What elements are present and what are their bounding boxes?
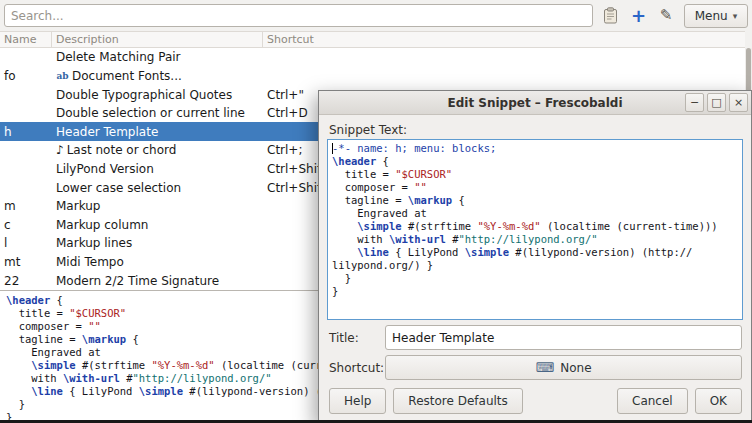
button-spacer xyxy=(530,388,610,414)
row-description-text: LilyPond Version xyxy=(56,162,154,176)
row-description-text: Document Fonts... xyxy=(72,69,182,83)
text-cursor xyxy=(332,143,333,154)
code-line: } xyxy=(332,272,738,285)
row-name: h xyxy=(0,125,52,139)
row-description: abDocument Fonts... xyxy=(52,69,263,83)
row-description-text: Markup lines xyxy=(56,236,132,250)
chevron-down-icon: ▾ xyxy=(733,11,738,21)
code-line: } xyxy=(332,285,738,298)
title-label: Title: xyxy=(329,331,385,345)
dialog-titlebar[interactable]: Edit Snippet – Frescobaldi − □ × xyxy=(319,91,751,115)
dialog-button-row: Help Restore Defaults Cancel OK xyxy=(329,388,742,414)
row-description: Markup xyxy=(52,199,263,213)
code-line: -*- name: h; menu: blocks; xyxy=(332,142,738,155)
row-description-text: Delete Matching Pair xyxy=(56,50,181,64)
restore-defaults-button[interactable]: Restore Defaults xyxy=(393,388,522,414)
row-description-text: Markup column xyxy=(56,218,148,232)
row-name: 22 xyxy=(0,274,52,288)
search-input[interactable] xyxy=(4,4,593,27)
minimize-icon[interactable]: − xyxy=(685,93,704,112)
row-description: Delete Matching Pair xyxy=(52,50,263,64)
menu-button[interactable]: Menu ▾ xyxy=(684,4,748,28)
music-note-icon: ♪ xyxy=(56,143,64,157)
title-field-row: Title: xyxy=(329,325,742,350)
table-row[interactable]: foabDocument Fonts... xyxy=(0,67,745,86)
row-description: Markup lines xyxy=(52,236,263,250)
clipboard-graphic xyxy=(603,7,618,24)
column-header-shortcut[interactable]: Shortcut xyxy=(263,32,745,47)
row-description-text: Lower case selection xyxy=(56,181,181,195)
row-description-text: Double selection or current line xyxy=(56,106,245,120)
row-name: fo xyxy=(0,69,52,83)
paste-icon[interactable] xyxy=(601,6,621,26)
row-description-text: Modern 2/2 Time Signature xyxy=(56,274,219,288)
maximize-icon[interactable]: □ xyxy=(707,93,726,112)
help-button[interactable]: Help xyxy=(329,388,386,414)
code-line: tagline = \markup { xyxy=(332,194,738,207)
window-controls: − □ × xyxy=(685,93,748,112)
snippet-text-label: Snippet Text: xyxy=(329,123,407,137)
row-description-text: Midi Tempo xyxy=(56,255,124,269)
menu-button-label: Menu xyxy=(695,9,728,23)
keyboard-icon: ⌨ xyxy=(535,361,554,374)
code-line: title = "$CURSOR" xyxy=(332,168,738,181)
cancel-button[interactable]: Cancel xyxy=(617,388,688,414)
snippet-text-editor[interactable]: -*- name: h; menu: blocks;\header { titl… xyxy=(327,139,743,320)
row-description: Header Template xyxy=(52,125,263,139)
row-description: LilyPond Version xyxy=(52,162,263,176)
row-description-text: Double Typographical Quotes xyxy=(56,88,232,102)
row-name: c xyxy=(0,218,52,232)
code-line: \header { xyxy=(332,155,738,168)
code-line: with \with-url #"http://lilypond.org/" xyxy=(332,233,738,246)
code-line: lilypond.org/) } xyxy=(332,259,738,272)
row-description: ♪Last note or chord xyxy=(52,143,263,157)
shortcut-field-row: Shortcut: ⌨ None xyxy=(329,355,742,380)
edit-snippet-dialog: Edit Snippet – Frescobaldi − □ × Snippet… xyxy=(318,90,752,423)
row-description-text: Header Template xyxy=(56,125,158,139)
shortcut-value: None xyxy=(560,361,591,375)
row-description: Markup column xyxy=(52,218,263,232)
title-input[interactable] xyxy=(385,325,742,350)
row-description-text: Markup xyxy=(56,199,100,213)
close-icon[interactable]: × xyxy=(729,93,748,112)
row-description: Lower case selection xyxy=(52,181,263,195)
toolbar: + ✎ Menu ▾ xyxy=(0,0,752,31)
row-name: l xyxy=(0,236,52,250)
row-name: mt xyxy=(0,255,52,269)
row-description: Double selection or current line xyxy=(52,106,263,120)
shortcut-button[interactable]: ⌨ None xyxy=(385,355,742,380)
shortcut-label: Shortcut: xyxy=(329,361,385,375)
snippet-manager-window: + ✎ Menu ▾ Name Description Shortcut Del… xyxy=(0,0,752,423)
code-line: \line { LilyPond \simple #(lilypond-vers… xyxy=(332,246,738,259)
column-header-description[interactable]: Description xyxy=(52,32,263,47)
row-description: Double Typographical Quotes xyxy=(52,88,263,102)
code-line: \simple #(strftime "%Y-%m-%d" (localtime… xyxy=(332,220,738,233)
table-row[interactable]: Delete Matching Pair xyxy=(0,48,745,67)
row-description: Midi Tempo xyxy=(52,255,263,269)
document-fonts-icon: ab xyxy=(56,69,69,82)
ok-button[interactable]: OK xyxy=(695,388,742,414)
column-header-name[interactable]: Name xyxy=(0,32,52,47)
row-name: m xyxy=(0,199,52,213)
edit-snippet-icon[interactable]: ✎ xyxy=(656,6,676,26)
code-line: Engraved at xyxy=(332,207,738,220)
table-header: Name Description Shortcut xyxy=(0,31,745,48)
row-description-text: Last note or chord xyxy=(67,143,177,157)
row-description: Modern 2/2 Time Signature xyxy=(52,274,263,288)
code-line: composer = "" xyxy=(332,181,738,194)
add-snippet-icon[interactable]: + xyxy=(629,6,649,26)
